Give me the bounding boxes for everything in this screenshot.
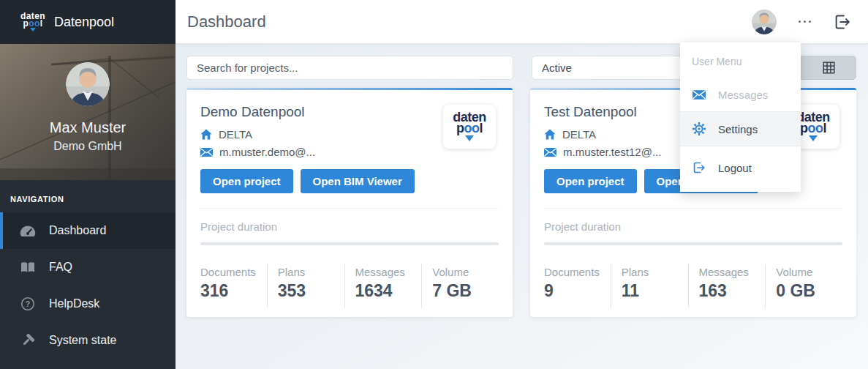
book-icon — [19, 261, 37, 273]
pin-icon — [30, 28, 36, 31]
menu-item-settings[interactable]: Settings — [680, 112, 801, 146]
envelope-icon — [692, 90, 706, 100]
user-name: Max Muster — [0, 119, 176, 136]
stat-documents: Documents 316 — [200, 264, 267, 308]
project-company: DELTA — [219, 128, 252, 141]
status-filter-value: Active — [542, 61, 572, 74]
duration-progress-bar — [200, 242, 499, 245]
grid-icon — [823, 61, 835, 74]
project-duration-section: Project duration — [200, 208, 499, 245]
duration-label: Project duration — [544, 220, 842, 233]
datenpool-logo-icon: daten pool — [20, 12, 45, 31]
menu-item-logout[interactable]: Logout — [680, 151, 801, 184]
home-icon — [544, 129, 556, 140]
pin-icon — [465, 135, 474, 141]
nav-label: Dashboard — [49, 224, 106, 237]
stat-documents: Documents 9 — [544, 264, 611, 308]
sidebar-item-faq[interactable]: FAQ — [0, 249, 176, 286]
logout-icon[interactable] — [833, 12, 852, 31]
menu-divider — [680, 146, 801, 146]
home-icon — [200, 129, 212, 140]
search-input[interactable] — [186, 56, 513, 80]
project-email: m.muster.test12@... — [563, 146, 661, 158]
sidebar-item-dashboard[interactable]: Dashboard — [0, 212, 176, 249]
envelope-icon — [200, 148, 213, 157]
stat-volume: Volume 0 GB — [765, 264, 842, 308]
stat-messages: Messages 1634 — [344, 264, 422, 308]
stat-messages: Messages 163 — [688, 264, 766, 308]
hammer-icon — [19, 333, 37, 348]
project-email: m.muster.demo@... — [219, 146, 315, 158]
gauge-icon — [19, 225, 37, 237]
duration-label: Project duration — [200, 220, 499, 233]
user-menu-heading: User Menu — [680, 50, 801, 78]
sidebar-item-system-state[interactable]: System state — [0, 322, 176, 359]
grid-view-button[interactable] — [801, 56, 856, 80]
pin-icon — [809, 135, 818, 141]
app-root: daten pool Datenpool — [0, 0, 868, 369]
question-circle-icon: ? — [19, 297, 37, 311]
avatar[interactable] — [66, 62, 110, 106]
project-duration-section: Project duration — [544, 208, 842, 245]
stat-plans: Plans 11 — [611, 264, 688, 308]
user-company: Demo GmbH — [0, 140, 176, 153]
nav-label: System state — [49, 334, 116, 347]
duration-progress-bar — [544, 242, 842, 245]
logout-icon — [692, 160, 706, 175]
datenpool-logo: daten pool — [443, 105, 496, 149]
open-project-button[interactable]: Open project — [200, 169, 293, 193]
project-stats: Documents 316 Plans 353 Messages 1634 Vo… — [200, 264, 499, 308]
stat-plans: Plans 353 — [267, 264, 344, 308]
open-project-button[interactable]: Open project — [544, 169, 637, 193]
brand-name: Datenpool — [54, 15, 114, 30]
header: Dashboard — [176, 0, 868, 44]
open-bim-viewer-button[interactable]: Open BIM Viewer — [301, 169, 415, 193]
stat-volume: Volume 7 GB — [421, 264, 499, 308]
brand[interactable]: daten pool Datenpool — [0, 0, 176, 44]
sidebar-nav: Dashboard FAQ ? HelpDesk — [0, 212, 176, 359]
project-stats: Documents 9 Plans 11 Messages 163 Volume… — [544, 264, 842, 308]
sidebar: daten pool Datenpool — [0, 0, 176, 369]
nav-label: FAQ — [49, 261, 72, 274]
page-title: Dashboard — [187, 12, 266, 31]
envelope-icon — [544, 148, 556, 157]
project-company: DELTA — [562, 128, 596, 141]
nav-heading: NAVIGATION — [10, 195, 176, 204]
user-profile-panel: Max Muster Demo GmbH — [0, 44, 176, 180]
more-options-icon[interactable] — [797, 16, 813, 28]
menu-item-messages[interactable]: Messages — [680, 78, 801, 111]
gear-icon — [692, 122, 706, 136]
svg-text:?: ? — [26, 299, 30, 308]
project-card: Demo Datenpool daten pool DELTA m.muster… — [186, 88, 513, 317]
nav-label: HelpDesk — [49, 297, 99, 310]
sidebar-item-helpdesk[interactable]: ? HelpDesk — [0, 286, 176, 322]
avatar[interactable] — [752, 10, 777, 34]
user-menu-dropdown: User Menu Messages — [680, 42, 801, 192]
